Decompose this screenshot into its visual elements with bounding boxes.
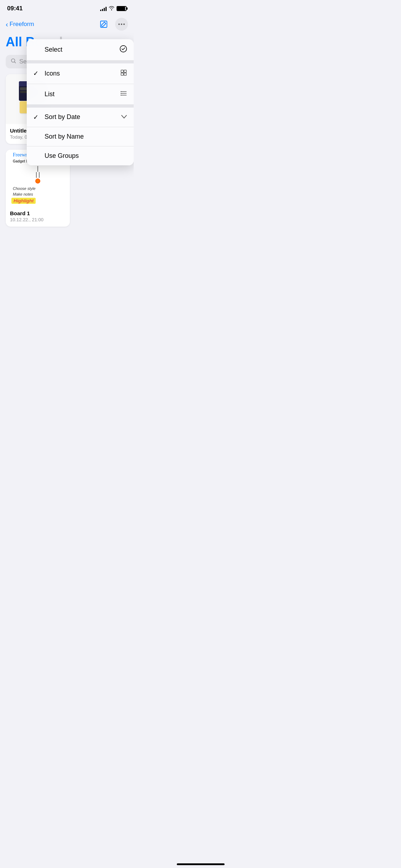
menu-check-icons: ✓ bbox=[33, 69, 41, 77]
board1-make-notes-text: Make notes bbox=[10, 192, 33, 196]
menu-item-list[interactable]: List bbox=[27, 84, 134, 105]
svg-point-3 bbox=[123, 24, 125, 25]
svg-point-14 bbox=[120, 93, 122, 94]
menu-item-select[interactable]: Select bbox=[27, 39, 134, 61]
menu-label-sort-name: Sort by Name bbox=[45, 133, 84, 140]
svg-point-15 bbox=[120, 94, 122, 95]
back-button[interactable]: ‹ Freeform bbox=[6, 21, 34, 28]
context-menu: Select ✓ Icons bbox=[27, 39, 134, 165]
menu-label-icons: Icons bbox=[45, 70, 60, 77]
menu-item-use-groups[interactable]: Use Groups bbox=[27, 146, 134, 165]
nav-actions bbox=[97, 18, 128, 31]
signal-icon bbox=[100, 6, 107, 11]
status-bar: 09:41 bbox=[0, 0, 134, 15]
nav-bar: ‹ Freeform bbox=[0, 15, 134, 33]
board-info-board1: Board 1 10.12.22., 21:00 bbox=[6, 207, 70, 227]
svg-point-2 bbox=[121, 24, 122, 25]
status-icons bbox=[100, 6, 127, 11]
grid-icon bbox=[120, 69, 127, 78]
main-content: Untitled 2 Today, 01:22 Select bbox=[0, 74, 134, 237]
menu-item-list-left: List bbox=[33, 91, 55, 98]
compose-button[interactable] bbox=[97, 18, 110, 31]
svg-point-13 bbox=[120, 91, 122, 92]
menu-item-sort-name-left: Sort by Name bbox=[33, 133, 84, 140]
svg-point-1 bbox=[118, 24, 120, 25]
menu-item-icons-left: ✓ Icons bbox=[33, 69, 60, 77]
menu-label-select: Select bbox=[45, 46, 62, 53]
menu-item-icons[interactable]: ✓ Icons bbox=[27, 63, 134, 84]
board-name-board1: Board 1 bbox=[10, 210, 66, 216]
menu-label-sort-date: Sort by Date bbox=[45, 113, 80, 121]
board-date-board1: 10.12.22., 21:00 bbox=[10, 217, 66, 222]
menu-label-use-groups: Use Groups bbox=[45, 152, 79, 160]
list-icon bbox=[120, 90, 127, 99]
menu-item-select-left: Select bbox=[33, 46, 62, 53]
board1-highlight-text: Highlight bbox=[11, 198, 36, 204]
menu-label-list: List bbox=[45, 91, 55, 98]
svg-point-5 bbox=[120, 45, 127, 52]
board1-choose-style-text: Choose style bbox=[10, 186, 36, 191]
svg-rect-9 bbox=[124, 73, 127, 75]
menu-separator-2 bbox=[27, 105, 134, 108]
chevron-down-icon bbox=[121, 113, 127, 121]
svg-rect-6 bbox=[121, 70, 124, 72]
menu-item-use-groups-left: Use Groups bbox=[33, 152, 79, 160]
circle-check-icon bbox=[119, 45, 127, 55]
status-time: 09:41 bbox=[7, 5, 22, 12]
menu-item-sort-date[interactable]: ✓ Sort by Date bbox=[27, 108, 134, 127]
wifi-icon bbox=[109, 6, 114, 11]
board1-lines-art bbox=[35, 166, 40, 184]
svg-rect-8 bbox=[121, 73, 124, 75]
back-chevron-icon: ‹ bbox=[6, 21, 8, 28]
svg-rect-7 bbox=[124, 70, 127, 72]
menu-item-sort-date-left: ✓ Sort by Date bbox=[33, 113, 80, 121]
menu-item-sort-name[interactable]: Sort by Name bbox=[27, 127, 134, 146]
back-label: Freeform bbox=[10, 21, 34, 28]
more-button[interactable] bbox=[115, 18, 128, 31]
menu-check-sort-date: ✓ bbox=[33, 113, 41, 121]
search-icon bbox=[11, 58, 16, 65]
battery-icon bbox=[117, 6, 127, 11]
menu-separator-1 bbox=[27, 61, 134, 63]
